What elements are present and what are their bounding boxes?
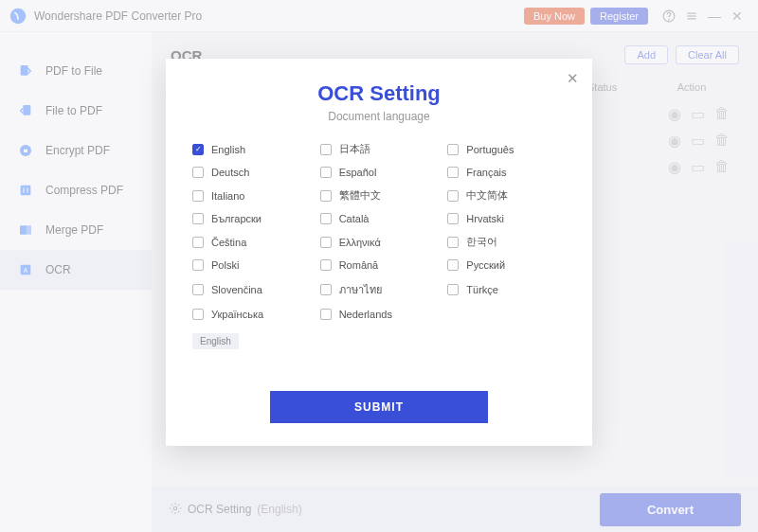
modal-subtitle: Document language (192, 110, 566, 123)
checkbox-icon (320, 284, 332, 295)
language-label: Português (466, 144, 514, 155)
language-label: Nederlands (339, 309, 392, 320)
language-label: Español (339, 167, 377, 178)
language-label: Čeština (211, 237, 246, 248)
language-label: Français (466, 167, 506, 178)
language-option[interactable]: 日本語 (320, 142, 439, 156)
ocr-setting-modal: ✕ OCR Setting Document language English日… (166, 59, 592, 446)
close-icon[interactable]: ✕ (567, 70, 579, 87)
submit-button[interactable]: SUBMIT (270, 391, 488, 423)
checkbox-icon (320, 213, 332, 224)
language-label: Slovenčina (211, 284, 262, 295)
language-option[interactable]: Polski (192, 259, 311, 271)
language-label: Українська (211, 309, 263, 320)
checkbox-icon (447, 237, 459, 248)
language-option[interactable]: Hrvatski (447, 213, 566, 224)
language-option[interactable]: Български (192, 213, 311, 224)
checkbox-icon (192, 144, 204, 155)
checkbox-icon (320, 144, 332, 155)
selected-language-pill: English (192, 333, 239, 349)
language-option[interactable]: ภาษาไทย (320, 281, 439, 298)
language-label: Русский (466, 259, 505, 271)
language-option[interactable]: Русский (447, 259, 566, 271)
language-option[interactable]: Italiano (192, 188, 311, 203)
language-label: Deutsch (211, 167, 249, 178)
language-label: Hrvatski (466, 213, 504, 224)
language-label: Italiano (211, 190, 244, 202)
checkbox-icon (192, 237, 204, 248)
checkbox-icon (320, 190, 332, 202)
language-option[interactable]: Nederlands (320, 309, 439, 320)
language-label: 日本語 (339, 142, 370, 156)
language-label: Български (211, 213, 262, 224)
language-label: Türkçe (466, 284, 498, 295)
language-label: Polski (211, 259, 239, 271)
language-option[interactable]: 中文简体 (447, 188, 566, 203)
language-option[interactable]: Slovenčina (192, 281, 311, 298)
language-label: Română (339, 259, 379, 271)
checkbox-icon (447, 167, 459, 178)
language-option[interactable]: 繁體中文 (320, 188, 439, 203)
language-option[interactable]: Українська (192, 309, 311, 320)
checkbox-icon (447, 284, 459, 295)
language-option[interactable]: Română (320, 259, 439, 271)
language-option[interactable]: Deutsch (192, 167, 311, 178)
checkbox-icon (447, 144, 459, 155)
checkbox-icon (192, 167, 204, 178)
language-label: English (211, 144, 245, 155)
language-grid: English日本語PortuguêsDeutschEspañolFrançai… (192, 142, 566, 320)
checkbox-icon (192, 284, 204, 295)
checkbox-icon (192, 190, 204, 202)
checkbox-icon (320, 259, 332, 271)
language-option[interactable]: Čeština (192, 235, 311, 249)
checkbox-icon (192, 259, 204, 271)
checkbox-icon (320, 167, 332, 178)
language-label: Ελληνικά (339, 237, 381, 248)
language-label: ภาษาไทย (339, 281, 382, 298)
checkbox-icon (447, 190, 459, 202)
language-label: 한국어 (466, 235, 497, 249)
language-label: Català (339, 213, 370, 224)
modal-overlay: ✕ OCR Setting Document language English日… (0, 0, 758, 532)
language-option[interactable]: English (192, 142, 311, 156)
language-option[interactable]: Español (320, 167, 439, 178)
language-option[interactable]: Türkçe (447, 281, 566, 298)
language-option[interactable]: Català (320, 213, 439, 224)
language-option[interactable]: Français (447, 167, 566, 178)
checkbox-icon (192, 309, 204, 320)
language-label: 繁體中文 (339, 188, 381, 203)
checkbox-icon (447, 213, 459, 224)
language-option[interactable]: Ελληνικά (320, 235, 439, 249)
checkbox-icon (320, 309, 332, 320)
language-option[interactable]: Português (447, 142, 566, 156)
checkbox-icon (447, 259, 459, 271)
checkbox-icon (192, 213, 204, 224)
modal-title: OCR Setting (192, 81, 566, 106)
language-label: 中文简体 (466, 188, 508, 203)
language-option[interactable]: 한국어 (447, 235, 566, 249)
checkbox-icon (320, 237, 332, 248)
